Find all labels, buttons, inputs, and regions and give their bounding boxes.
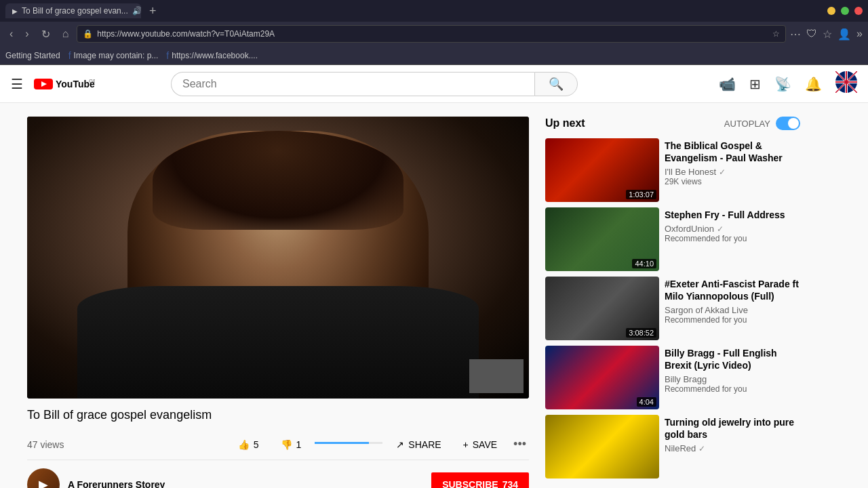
browser-titlebar: ▶ To Bill of grace gospel evan... 🔊 × + bbox=[0, 0, 868, 22]
recommended-label: Recommended for you bbox=[665, 315, 800, 325]
share-label: SHARE bbox=[408, 439, 441, 450]
toolbar-icons: ⋯ 🛡 ☆ 👤 » bbox=[790, 28, 863, 41]
recommended-channel: Billy Bragg bbox=[665, 374, 800, 384]
dislike-button[interactable]: 👎 1 bbox=[273, 435, 310, 454]
search-container: 🔍 bbox=[171, 72, 578, 96]
recommended-title: #Exeter Anti-Fascist Parade ft Milo Yian… bbox=[665, 278, 800, 302]
recommended-title: Stephen Fry - Full Address bbox=[665, 209, 800, 221]
recommended-video-item[interactable]: 4:04 Billy Bragg - Full English Brexit (… bbox=[545, 346, 800, 409]
search-input[interactable] bbox=[171, 72, 534, 96]
shield-icon[interactable]: 🛡 bbox=[806, 28, 817, 41]
recommended-title: The Biblical Gospel & Evangelism - Paul … bbox=[665, 140, 800, 164]
tab-audio-icon: 🔊 bbox=[132, 6, 141, 16]
recommended-video-item[interactable]: 1:03:07 The Biblical Gospel & Evangelism… bbox=[545, 138, 800, 202]
video-info: #Exeter Anti-Fascist Parade ft Milo Yian… bbox=[665, 277, 800, 340]
header-icons: 📹 ⊞ 📡 🔔 bbox=[719, 71, 857, 96]
thumbs-down-icon: 👎 bbox=[281, 439, 292, 450]
recommended-video-item[interactable]: Turning old jewelry into pure gold bars … bbox=[545, 415, 800, 479]
recommended-label: Recommended for you bbox=[665, 384, 800, 394]
tab-title: To Bill of grace gospel evan... bbox=[22, 6, 128, 16]
channel-avatar[interactable]: ▶ bbox=[27, 468, 60, 488]
thumbs-up-icon: 👍 bbox=[238, 439, 250, 450]
small-preview-thumbnail bbox=[469, 359, 524, 393]
youtube-header: ☰ YouTube GB 🔍 📹 ⊞ 📡 🔔 bbox=[0, 65, 868, 103]
recommended-label: Recommended for you bbox=[665, 234, 800, 243]
thumbnail-image bbox=[545, 415, 659, 479]
share-button[interactable]: ↗ SHARE bbox=[388, 435, 449, 454]
save-icon: + bbox=[463, 439, 469, 450]
video-controls-overlay bbox=[469, 359, 524, 393]
save-button[interactable]: + SAVE bbox=[455, 435, 506, 454]
profile-icon[interactable]: 👤 bbox=[837, 28, 851, 41]
account-icon[interactable] bbox=[835, 71, 857, 96]
autoplay-toggle[interactable]: AUTOPLAY bbox=[724, 117, 800, 130]
youtube-logo-svg: YouTube GB bbox=[34, 77, 95, 91]
channel-row: ▶ A Forerunners Storey SUBSCRIBE 734 bbox=[27, 460, 529, 488]
video-info: Stephen Fry - Full Address OxfordUnion ✓… bbox=[665, 207, 800, 271]
video-duration: 3:08:52 bbox=[626, 328, 656, 338]
more-actions-button[interactable]: ••• bbox=[511, 434, 529, 454]
video-info: The Biblical Gospel & Evangelism - Paul … bbox=[665, 138, 800, 202]
subscribe-button[interactable]: SUBSCRIBE 734 bbox=[431, 472, 529, 488]
recommended-views: 29K views bbox=[665, 177, 800, 186]
star-icon[interactable]: ☆ bbox=[823, 28, 832, 41]
recommended-video-item[interactable]: 44:10 Stephen Fry - Full Address OxfordU… bbox=[545, 207, 800, 271]
tab-favicon: ▶ bbox=[12, 7, 18, 15]
bookmark-facebook-image[interactable]: f Image may contain: p... bbox=[68, 50, 159, 61]
search-button[interactable]: 🔍 bbox=[534, 72, 578, 96]
recommended-title: Billy Bragg - Full English Brexit (Lyric… bbox=[665, 347, 800, 371]
video-duration: 44:10 bbox=[632, 259, 656, 268]
cast-icon[interactable]: 📡 bbox=[774, 76, 791, 92]
thumbnail-container: 4:04 bbox=[545, 346, 659, 409]
autoplay-switch[interactable] bbox=[776, 117, 800, 130]
thumbnail-container: 44:10 bbox=[545, 207, 659, 271]
maximize-btn[interactable] bbox=[841, 7, 849, 15]
video-thumbnail bbox=[27, 117, 529, 399]
notifications-icon[interactable]: 🔔 bbox=[805, 76, 822, 92]
video-player[interactable] bbox=[27, 117, 529, 399]
thumbnail-container: 1:03:07 bbox=[545, 138, 659, 202]
main-content: To Bill of grace gospel evangelism 47 vi… bbox=[0, 103, 868, 488]
recommended-channel: OxfordUnion ✓ bbox=[665, 224, 800, 234]
recommended-title: Turning old jewelry into pure gold bars bbox=[665, 416, 800, 441]
new-tab-btn[interactable]: + bbox=[145, 4, 161, 18]
refresh-btn[interactable]: ↻ bbox=[37, 26, 54, 42]
lock-icon: 🔒 bbox=[83, 29, 93, 39]
bookmark-star-icon[interactable]: ☆ bbox=[772, 29, 780, 39]
menu-icon[interactable]: ☰ bbox=[11, 76, 23, 92]
extensions-icon[interactable]: ⋯ bbox=[790, 28, 801, 41]
view-count: 47 views bbox=[27, 439, 64, 450]
dislike-count: 1 bbox=[296, 439, 302, 450]
toggle-knob bbox=[788, 118, 799, 129]
like-button[interactable]: 👍 5 bbox=[230, 435, 267, 454]
more-icon[interactable]: » bbox=[856, 28, 863, 41]
video-meta: 47 views 👍 5 👎 1 ↗ SHARE bbox=[27, 429, 529, 460]
upload-icon[interactable]: 📹 bbox=[719, 76, 736, 92]
home-btn[interactable]: ⌂ bbox=[58, 26, 73, 41]
address-bar[interactable]: 🔒 https://www.youtube.com/watch?v=T0AiAt… bbox=[77, 25, 786, 43]
verified-icon: ✓ bbox=[719, 167, 726, 177]
verified-icon: ✓ bbox=[717, 224, 724, 234]
close-btn[interactable] bbox=[854, 7, 863, 15]
subscriber-count: 734 bbox=[502, 479, 518, 488]
recommended-channel: NileRed ✓ bbox=[665, 443, 800, 453]
up-next-header: Up next AUTOPLAY bbox=[545, 117, 800, 130]
back-btn[interactable]: ‹ bbox=[5, 26, 17, 41]
bookmark-facebook-url[interactable]: f https://www.facebook.... bbox=[166, 50, 258, 61]
thumbnail-container bbox=[545, 415, 659, 479]
channel-name[interactable]: A Forerunners Storey bbox=[68, 479, 165, 488]
video-face-frame bbox=[27, 117, 529, 399]
recommended-channel: Sargon of Akkad Live bbox=[665, 305, 800, 315]
apps-icon[interactable]: ⊞ bbox=[749, 76, 761, 92]
bookmark-getting-started[interactable]: Getting Started bbox=[5, 51, 60, 60]
minimize-btn[interactable] bbox=[827, 7, 835, 15]
browser-tab[interactable]: ▶ To Bill of grace gospel evan... 🔊 × bbox=[5, 3, 141, 18]
bookmarks-bar: Getting Started f Image may contain: p..… bbox=[0, 46, 868, 65]
forward-btn[interactable]: › bbox=[21, 26, 33, 41]
youtube-logo[interactable]: YouTube GB bbox=[34, 77, 95, 91]
url-display: https://www.youtube.com/watch?v=T0AiAtam… bbox=[97, 29, 768, 39]
video-duration: 4:04 bbox=[637, 397, 656, 407]
dislike-progress-bar bbox=[369, 442, 382, 444]
recommended-video-item[interactable]: 3:08:52 #Exeter Anti-Fascist Parade ft M… bbox=[545, 277, 800, 340]
verified-icon: ✓ bbox=[698, 444, 705, 453]
